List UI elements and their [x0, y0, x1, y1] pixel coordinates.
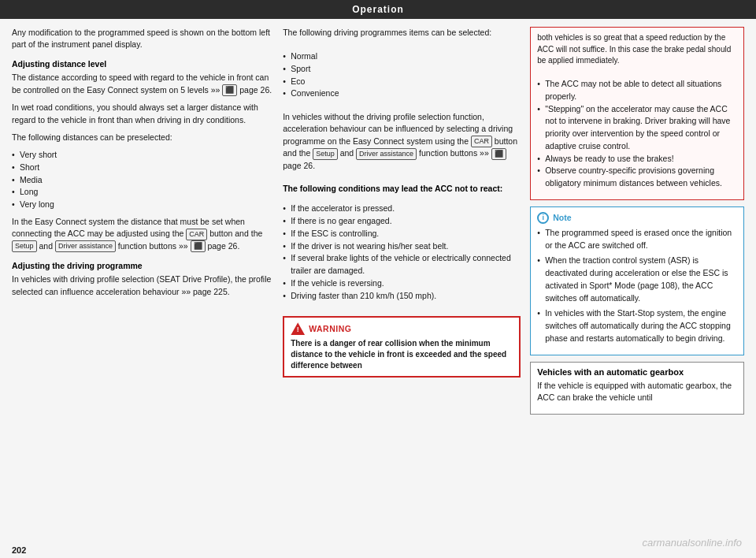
auto-gearbox-title: Vehicles with an automatic gearbox [537, 367, 737, 377]
driver-btn: Driver assistance [55, 240, 116, 252]
list-item: If the accelerator is pressed. [283, 203, 521, 215]
warning-triangle-icon [291, 322, 305, 335]
content-area: Any modification to the programmed speed… [0, 19, 756, 542]
red-box-list: The ACC may not be able to detect all si… [537, 78, 737, 190]
list-item: In vehicles with the Start-Stop system, … [537, 307, 737, 344]
note-title: Note [553, 213, 571, 222]
list-item: "Stepping" on the accelerator may cause … [537, 103, 737, 153]
list-item: If there is no gear engaged. [283, 215, 521, 228]
warning-text: There is a danger of rear collision when… [291, 338, 513, 371]
warning-header: WARNING [291, 322, 513, 335]
programmes-list: Normal Sport Eco Convenience [283, 50, 521, 100]
list-item: Always be ready to use the brakes! [537, 153, 737, 166]
middle-column: The following driving programmes items c… [283, 27, 521, 538]
setup-btn-2: Setup [313, 148, 338, 160]
red-info-box: both vehicles is so great that a speed r… [530, 27, 744, 200]
setup-btn: Setup [12, 240, 37, 252]
conditions-list: If the accelerator is pressed. If there … [283, 203, 521, 302]
list-item: Observe country-specific provisions gove… [537, 165, 737, 190]
list-item: Normal [283, 50, 521, 63]
list-item: If several brake lights of the vehicle o… [283, 252, 521, 277]
distances-list: Very short Short Media Long Very long [12, 149, 273, 211]
watermark: carmanualsonline.info [643, 537, 742, 549]
distance-text3: The following distances can be preselect… [12, 132, 273, 143]
conditions-heading: The following conditions may lead the AC… [283, 184, 521, 193]
list-item: If the ESC is controlling. [283, 228, 521, 240]
page-icon-2: ⬛ [191, 240, 206, 252]
list-item: Sport [283, 63, 521, 76]
page-icon-3: ⬛ [491, 148, 506, 160]
distance-text2: In wet road conditions, you should alway… [12, 102, 273, 125]
page-wrapper: Operation Any modification to the progra… [0, 0, 756, 558]
list-item: The programmed speed is erased once the … [537, 227, 737, 252]
note-list: The programmed speed is erased once the … [537, 227, 737, 345]
distance-text1: The distance according to speed with reg… [12, 72, 273, 96]
driving-programme-heading: Adjusting the driving programme [12, 261, 273, 270]
auto-gearbox-text: If the vehicle is equipped with automati… [537, 380, 737, 404]
note-header: i Note [537, 212, 737, 224]
intro-text: Any modification to the programmed speed… [12, 27, 273, 50]
header-title: Operation [352, 4, 404, 15]
list-item: Driving faster than 210 km/h (150 mph). [283, 290, 521, 303]
list-item: Eco [283, 76, 521, 88]
car-btn-2: CAR [471, 136, 492, 147]
distance-text4: In the Easy Connect system the distance … [12, 216, 273, 253]
profile-text: In vehicles without the driving profile … [283, 111, 521, 172]
list-item: If the vehicle is reversing. [283, 277, 521, 290]
list-item: Media [12, 174, 273, 187]
list-item: Short [12, 162, 273, 174]
car-btn: CAR [186, 229, 207, 240]
info-icon: i [537, 212, 549, 224]
header-bar: Operation [0, 0, 756, 19]
page-btn: ⬛ [222, 84, 237, 96]
red-box-line-0: both vehicles is so great that a speed r… [537, 32, 737, 67]
list-item: The ACC may not be able to detect all si… [537, 78, 737, 103]
page-ref-icon: »» ⬛ [211, 85, 240, 95]
warning-box: WARNING There is a danger of rear collis… [283, 316, 521, 378]
list-item: Long [12, 186, 273, 199]
note-box: i Note The programmed speed is erased on… [530, 206, 744, 355]
warning-title: WARNING [309, 324, 351, 333]
list-item: Very short [12, 149, 273, 162]
right-column: both vehicles is so great that a speed r… [530, 27, 744, 538]
list-item: Very long [12, 199, 273, 211]
programmes-intro: The following driving programmes items c… [283, 27, 521, 39]
driver-btn-2: Driver assistance [356, 148, 417, 160]
adjusting-distance-heading: Adjusting distance level [12, 59, 273, 69]
list-item: If the driver is not wearing his/her sea… [283, 240, 521, 253]
list-item: Convenience [283, 87, 521, 100]
driving-programme-text: In vehicles with driving profile selecti… [12, 273, 273, 297]
list-item: When the traction control system (ASR) i… [537, 255, 737, 304]
page-ref-text: page 26. [239, 85, 272, 95]
auto-gearbox-box: Vehicles with an automatic gearbox If th… [530, 362, 744, 415]
left-column: Any modification to the programmed speed… [12, 27, 273, 538]
